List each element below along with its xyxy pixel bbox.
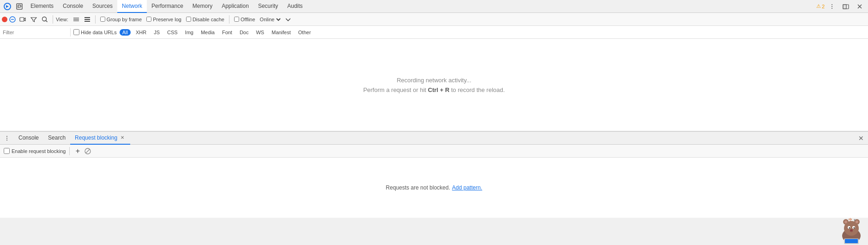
tab-sources[interactable]: Sources	[88, 0, 117, 13]
group-by-frame-input[interactable]	[100, 17, 105, 22]
network-toolbar: View: Group by frame Preserve log Disabl…	[0, 13, 868, 26]
throttle-preset-icon[interactable]	[283, 14, 293, 24]
group-by-frame-checkbox[interactable]: Group by frame	[100, 17, 142, 22]
tab-memory[interactable]: Memory	[188, 0, 217, 13]
filter-bar: Hide data URLs All XHR JS CSS Img Media …	[0, 26, 868, 39]
filter-type-img[interactable]: Img	[183, 29, 196, 36]
svg-rect-8	[20, 18, 24, 21]
preserve-log-input[interactable]	[146, 17, 151, 22]
disable-cache-input[interactable]	[186, 17, 191, 22]
filter-type-media[interactable]: Media	[199, 29, 217, 36]
tab-audits[interactable]: Audits	[283, 0, 307, 13]
tab-security[interactable]: Security	[253, 0, 283, 13]
drawer-close-button[interactable]: ✕	[856, 133, 866, 143]
drawer-tab-bar: Console Search Request blocking ✕ ✕	[0, 132, 868, 145]
toolbar-divider-3	[229, 15, 229, 24]
recording-subtext: Perform a request or hit Ctrl + R to rec…	[363, 86, 505, 93]
devtools-right-icons: ⚠ 2	[816, 1, 866, 12]
svg-point-16	[6, 136, 7, 137]
tab-console[interactable]: Console	[58, 0, 88, 13]
svg-rect-6	[843, 5, 846, 9]
drawer-content: Requests are not blocked. Add pattern.	[0, 158, 868, 218]
drawer-tab-console[interactable]: Console	[14, 132, 43, 145]
recording-subtext-after: to record the reload.	[449, 86, 505, 93]
warning-badge[interactable]: ⚠ 2	[816, 3, 825, 9]
drawer-tab-request-blocking[interactable]: Request blocking ✕	[70, 132, 130, 145]
recording-shortcut: Ctrl + R	[428, 86, 450, 93]
more-options-icon[interactable]	[826, 1, 838, 12]
drawer-toolbar-divider	[69, 147, 70, 155]
filter-type-doc[interactable]: Doc	[237, 29, 251, 36]
recording-subtext-before: Perform a request or hit	[363, 86, 428, 93]
drawer-tab-search[interactable]: Search	[43, 132, 70, 145]
drawer-toolbar: Enable request blocking +	[0, 145, 868, 158]
hide-data-urls-input[interactable]	[73, 29, 79, 35]
svg-point-9	[42, 17, 47, 21]
disable-cache-checkbox[interactable]: Disable cache	[186, 17, 224, 22]
tab-elements[interactable]: Elements	[26, 0, 58, 13]
video-camera-icon[interactable]	[18, 14, 28, 24]
filter-icon[interactable]	[29, 14, 39, 24]
svg-point-17	[6, 138, 7, 139]
recording-text: Recording network activity...	[397, 77, 471, 84]
filter-type-other[interactable]: Other	[296, 29, 313, 36]
tab-application[interactable]: Application	[217, 0, 253, 13]
offline-checkbox[interactable]: Offline	[234, 17, 255, 22]
drawer-tab-close-icon[interactable]: ✕	[119, 135, 126, 141]
filter-type-xhr[interactable]: XHR	[133, 29, 149, 36]
network-main-content: Recording network activity... Perform a …	[0, 39, 868, 131]
add-pattern-link[interactable]: Add pattern.	[452, 184, 482, 191]
clear-button[interactable]	[8, 15, 17, 24]
devtools-tab-bar: Elements Console Sources Network Perform…	[0, 0, 868, 13]
filter-type-js[interactable]: JS	[151, 29, 162, 36]
filter-separator	[70, 28, 71, 37]
throttle-select[interactable]: Online	[258, 16, 282, 23]
inspect-element-icon[interactable]	[14, 1, 25, 12]
large-rows-icon[interactable]	[82, 14, 92, 24]
enable-request-blocking-checkbox[interactable]: Enable request blocking	[4, 148, 66, 154]
block-icon[interactable]	[84, 147, 92, 155]
hide-data-urls-checkbox[interactable]: Hide data URLs	[73, 29, 117, 35]
record-button[interactable]	[2, 17, 7, 22]
svg-point-4	[832, 8, 832, 9]
offline-input[interactable]	[234, 17, 239, 22]
warning-icon: ⚠	[816, 3, 821, 9]
tab-performance[interactable]: Performance	[147, 0, 188, 13]
list-view-icon[interactable]	[71, 14, 81, 24]
svg-point-2	[832, 4, 832, 5]
svg-point-18	[6, 140, 7, 141]
tab-network[interactable]: Network	[117, 0, 147, 13]
search-icon[interactable]	[40, 14, 50, 24]
drawer-menu-icon[interactable]	[2, 133, 12, 143]
toolbar-divider-1	[53, 15, 53, 24]
blocked-text: Requests are not blocked.	[386, 184, 450, 191]
svg-point-3	[832, 6, 832, 7]
bottom-drawer: Console Search Request blocking ✕ ✕ Enab…	[0, 131, 868, 218]
filter-type-manifest[interactable]: Manifest	[269, 29, 293, 36]
filter-type-ws[interactable]: WS	[253, 29, 266, 36]
enable-request-blocking-input[interactable]	[4, 148, 10, 154]
close-devtools-icon[interactable]	[854, 1, 865, 12]
devtools-menu-icon[interactable]	[2, 1, 13, 12]
filter-type-css[interactable]: CSS	[165, 29, 180, 36]
preserve-log-checkbox[interactable]: Preserve log	[146, 17, 181, 22]
undock-icon[interactable]	[840, 1, 851, 12]
toolbar-divider-2	[95, 15, 96, 24]
add-pattern-button[interactable]: +	[73, 147, 82, 155]
filter-type-font[interactable]: Font	[220, 29, 235, 36]
filter-type-all[interactable]: All	[120, 29, 131, 36]
filter-input[interactable]	[3, 30, 67, 35]
view-label: View:	[56, 17, 68, 22]
